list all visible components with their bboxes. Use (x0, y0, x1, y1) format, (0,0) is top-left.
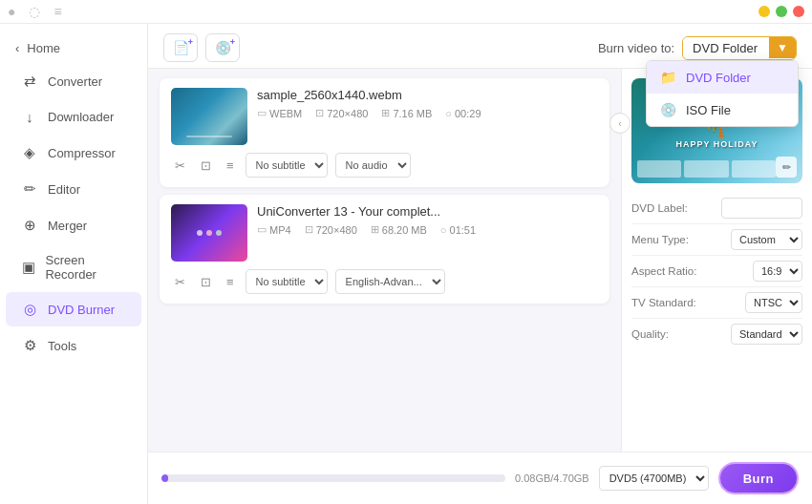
sidebar-item-screen-recorder[interactable]: ▣ Screen Recorder (6, 244, 141, 290)
sidebar-back[interactable]: ‹ Home (0, 33, 147, 63)
merger-icon: ⊕ (21, 217, 38, 234)
minimize-button[interactable] (759, 6, 770, 17)
file-resolution-2: ⊡ 720×480 (305, 223, 357, 236)
screen-recorder-icon: ▣ (21, 259, 35, 276)
duration-icon-2: ○ (440, 224, 447, 236)
tv-standard-row: TV Standard: NTSC PAL (631, 287, 802, 319)
file-duration-1: ○ 00:29 (445, 107, 481, 119)
file-duration-2: ○ 01:51 (440, 223, 476, 236)
folder-icon: 📁 (660, 70, 676, 85)
preview-grid (637, 160, 776, 178)
dvd-label-row: DVD Label: (631, 193, 802, 224)
sidebar-item-merger[interactable]: ⊕ Merger (6, 208, 141, 242)
crop-btn-1[interactable]: ⊡ (197, 157, 215, 175)
sidebar-label-merger: Merger (48, 219, 87, 233)
dvd-label-label: DVD Label: (631, 202, 688, 214)
quality-label: Quality: (631, 328, 669, 340)
file-format-1: ▭ WEBM (257, 107, 302, 119)
dropdown-label-dvd-folder: DVD Folder (686, 71, 751, 85)
maximize-button[interactable] (776, 6, 787, 17)
add-dvd-plus: + (230, 37, 235, 47)
converter-icon: ⇄ (21, 73, 38, 90)
titlebar-icons: ● ◌ ≡ (8, 4, 62, 19)
file-format-2: ▭ MP4 (257, 223, 291, 236)
disc-type-select[interactable]: DVD5 (4700MB) DVD9 (8500MB) (599, 466, 709, 491)
add-file-button[interactable]: 📄 + (163, 33, 198, 62)
sidebar-label-tools: Tools (48, 339, 76, 353)
sidebar: ‹ Home ⇄ Converter ↓ Downloader ◈ Compre… (0, 24, 148, 504)
file-size-1: ⊞ 7.16 MB (381, 107, 432, 119)
dvd-burner-icon: ◎ (21, 301, 38, 318)
burn-to-dropdown[interactable]: DVD Folder ▼ (682, 36, 797, 60)
burn-to-arrow-button[interactable]: ▼ (769, 37, 796, 58)
tools-icon: ⚙ (21, 337, 38, 354)
file-list: sample_2560x1440.webm ▭ WEBM ⊡ 720×480 (148, 69, 621, 452)
aspect-ratio-select[interactable]: 4:3 16:9 (753, 261, 802, 282)
tv-standard-label: TV Standard: (631, 297, 696, 308)
file-card-2: UniConverter 13 - Your complet... ▭ MP4 … (160, 195, 609, 304)
dropdown-item-iso-file[interactable]: 💿 ISO File (647, 94, 798, 126)
toolbar: 📄 + 💿 + (163, 33, 240, 62)
audio-select-2[interactable]: English-Advan... (335, 269, 445, 294)
sidebar-item-converter[interactable]: ⇄ Converter (6, 64, 141, 98)
preview-mini-2 (684, 160, 728, 178)
menu-icon: ≡ (53, 4, 61, 19)
preview-title: HAPPY HOLIDAY (675, 139, 758, 149)
tv-standard-select[interactable]: NTSC PAL (745, 292, 802, 313)
add-dvd-icon: 💿 (215, 40, 231, 55)
sidebar-label-converter: Converter (48, 74, 102, 89)
quality-select[interactable]: Standard High Ultra (731, 324, 802, 345)
sidebar-label-downloader: Downloader (48, 110, 114, 124)
back-icon: ‹ (15, 41, 19, 55)
crop-btn-2[interactable]: ⊡ (197, 273, 215, 291)
preview-edit-button[interactable]: ✏ (776, 157, 797, 178)
sidebar-item-editor[interactable]: ✏ Editor (6, 172, 141, 206)
file-card-bottom-2: ✂ ⊡ ≡ No subtitle English-Advan... (171, 269, 598, 294)
more-btn-2[interactable]: ≡ (223, 273, 238, 291)
burn-to-value: DVD Folder (683, 37, 769, 59)
file-name-2: UniConverter 13 - Your complet... (257, 204, 598, 219)
file-name-1: sample_2560x1440.webm (257, 88, 598, 102)
sidebar-item-downloader[interactable]: ↓ Downloader (6, 100, 141, 134)
file-info-2: UniConverter 13 - Your complet... ▭ MP4 … (257, 204, 598, 236)
quality-row: Quality: Standard High Ultra (631, 319, 802, 349)
close-button[interactable] (793, 6, 804, 17)
panel-toggle-button[interactable]: ‹ (609, 113, 630, 134)
file-card-top-1: sample_2560x1440.webm ▭ WEBM ⊡ 720×480 (171, 88, 598, 145)
res-icon-2: ⊡ (305, 223, 313, 236)
compressor-icon: ◈ (21, 144, 38, 161)
sidebar-item-compressor[interactable]: ◈ Compressor (6, 136, 141, 170)
dvd-label-input[interactable] (721, 198, 802, 219)
bell-icon: ◌ (29, 4, 40, 19)
preview-mini-1 (637, 160, 681, 178)
file-card-1: sample_2560x1440.webm ▭ WEBM ⊡ 720×480 (160, 78, 609, 187)
aspect-ratio-row: Aspect Ratio: 4:3 16:9 (631, 256, 802, 287)
add-dvd-button[interactable]: 💿 + (205, 33, 240, 62)
main-content: 📄 + 💿 + Burn video to: DVD Folder ▼ (148, 24, 812, 504)
more-btn-1[interactable]: ≡ (223, 157, 238, 175)
subtitle-select-1[interactable]: No subtitle (246, 153, 328, 178)
burn-button[interactable]: Burn (718, 462, 799, 494)
cut-btn-2[interactable]: ✂ (171, 273, 189, 291)
sidebar-label-editor: Editor (48, 182, 80, 197)
sidebar-label-compressor: Compressor (48, 146, 116, 160)
duration-icon-1: ○ (445, 108, 452, 119)
menu-type-label: Menu Type: (631, 234, 689, 245)
thumbnail-1 (171, 88, 247, 145)
menu-type-row: Menu Type: No Menu Custom Classic Modern (631, 224, 802, 256)
subtitle-select-2[interactable]: No subtitle (246, 269, 328, 294)
cut-btn-1[interactable]: ✂ (171, 157, 189, 175)
menu-type-select[interactable]: No Menu Custom Classic Modern (731, 229, 802, 250)
top-bar: 📄 + 💿 + Burn video to: DVD Folder ▼ (148, 24, 812, 69)
file-resolution-1: ⊡ 720×480 (315, 107, 368, 119)
file-meta-1: ▭ WEBM ⊡ 720×480 ⊞ 7.16 (257, 107, 598, 119)
dropdown-item-dvd-folder[interactable]: 📁 DVD Folder (647, 61, 798, 94)
audio-select-1[interactable]: No audio (335, 153, 411, 178)
sidebar-item-dvd-burner[interactable]: ◎ DVD Burner (6, 292, 141, 326)
sidebar-item-tools[interactable]: ⚙ Tools (6, 328, 141, 363)
size-icon-1: ⊞ (381, 107, 390, 119)
sidebar-label-dvd-burner: DVD Burner (48, 303, 115, 317)
bottom-bar: 0.08GB/4.70GB DVD5 (4700MB) DVD9 (8500MB… (148, 452, 812, 504)
file-card-top-2: UniConverter 13 - Your complet... ▭ MP4 … (171, 204, 598, 262)
progress-info: 0.08GB/4.70GB (515, 472, 589, 484)
